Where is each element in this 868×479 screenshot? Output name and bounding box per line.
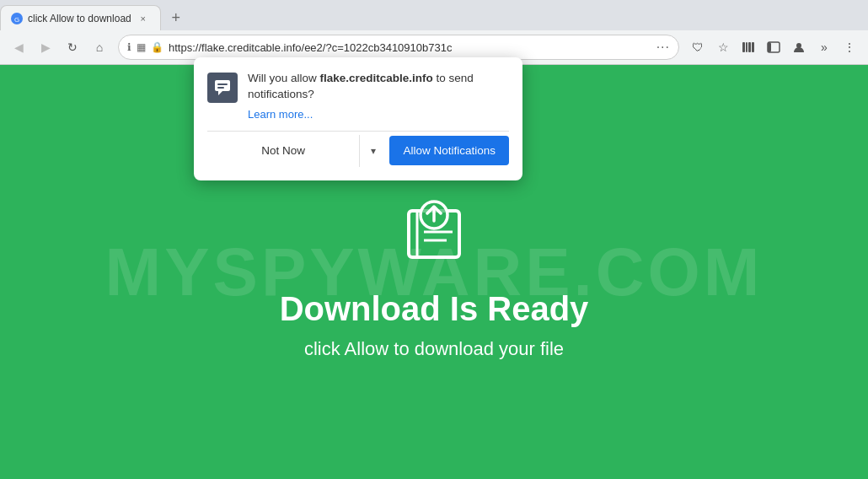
tab-close-button[interactable]: × xyxy=(137,12,150,25)
page-title: Download Is Ready xyxy=(280,290,589,328)
page-subtitle: click Allow to download your file xyxy=(304,338,564,360)
extensions-button[interactable]: » xyxy=(812,35,836,59)
url-text[interactable]: https://flake.creditcable.info/ee2/?c=10… xyxy=(169,41,651,54)
svg-rect-12 xyxy=(217,87,224,89)
forward-button[interactable]: ▶ xyxy=(34,35,57,59)
lock-icon: 🔒 xyxy=(151,41,163,53)
popup-question: Will you allow flake.creditcable.info to… xyxy=(248,71,509,103)
notification-popup: Will you allow flake.creditcable.info to… xyxy=(194,57,522,180)
browser-chrome: G click Allow to download × + ◀ ▶ ↻ ⌂ ℹ … xyxy=(0,0,868,65)
svg-rect-2 xyxy=(742,42,745,52)
popup-header: Will you allow flake.creditcable.info to… xyxy=(207,71,509,121)
account-button[interactable] xyxy=(787,35,811,59)
sidebar-button[interactable] xyxy=(762,35,785,59)
svg-text:G: G xyxy=(14,15,19,23)
back-button[interactable]: ◀ xyxy=(7,35,30,59)
popup-domain: flake.creditcable.info xyxy=(320,72,433,84)
allow-notifications-button[interactable]: Allow Notifications xyxy=(389,136,509,165)
chat-icon: ▦ xyxy=(137,41,146,53)
svg-rect-9 xyxy=(215,80,230,91)
not-now-dropdown-button[interactable]: ▾ xyxy=(359,135,386,167)
bookmark-button[interactable]: ☆ xyxy=(711,35,735,59)
new-tab-button[interactable]: + xyxy=(164,6,188,30)
active-tab[interactable]: G click Allow to download × xyxy=(0,5,161,30)
svg-marker-10 xyxy=(218,91,222,95)
svg-rect-3 xyxy=(746,42,747,52)
toolbar-right: 🛡 ☆ xyxy=(686,35,861,59)
learn-more-link[interactable]: Learn more... xyxy=(248,108,509,121)
tab-favicon-icon: G xyxy=(11,13,23,24)
tab-bar: G click Allow to download × + xyxy=(0,0,868,30)
popup-chat-icon xyxy=(207,73,238,103)
svg-rect-11 xyxy=(217,83,228,85)
library-button[interactable] xyxy=(737,35,760,59)
svg-rect-7 xyxy=(768,42,771,52)
popup-text: Will you allow flake.creditcable.info to… xyxy=(248,71,509,121)
info-icon: ℹ xyxy=(127,41,131,53)
url-menu-button[interactable]: ··· xyxy=(656,40,670,55)
tab-title: click Allow to download xyxy=(28,13,131,24)
download-icon xyxy=(392,186,476,270)
menu-button[interactable]: ⋮ xyxy=(838,35,861,59)
reload-button[interactable]: ↻ xyxy=(61,35,84,59)
download-icon-wrap xyxy=(392,186,476,273)
address-bar[interactable]: ℹ ▦ 🔒 https://flake.creditcable.info/ee2… xyxy=(118,35,679,60)
home-button[interactable]: ⌂ xyxy=(88,35,111,59)
shield-button[interactable]: 🛡 xyxy=(686,35,710,59)
svg-rect-4 xyxy=(748,42,751,52)
svg-rect-5 xyxy=(752,42,754,52)
popup-actions: Not Now ▾ Allow Notifications xyxy=(207,131,509,167)
not-now-button[interactable]: Not Now xyxy=(207,136,359,165)
